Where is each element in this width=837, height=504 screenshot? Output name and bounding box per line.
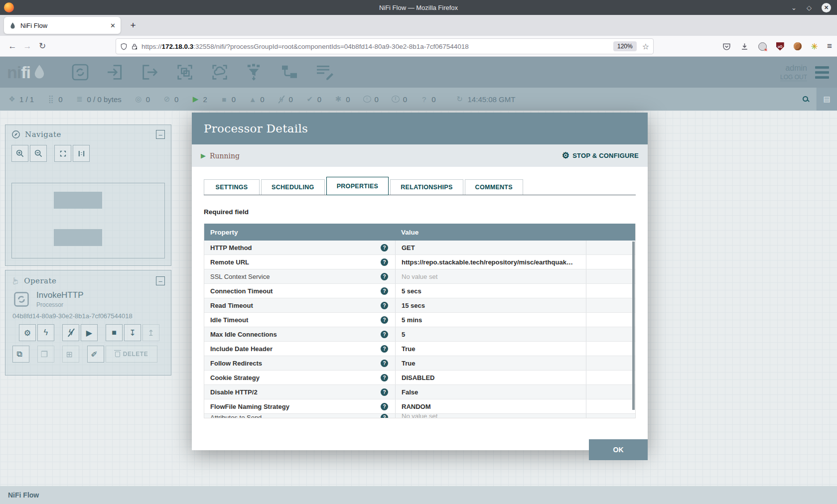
refresh-icon[interactable]: ↻ [456,95,464,104]
extension-cookie-icon[interactable] [794,42,802,50]
dialog-header: Processor Details [192,113,648,144]
funnel-icon[interactable] [245,62,265,82]
lock-warning-icon[interactable] [131,43,138,50]
reload-button[interactable]: ↻ [35,41,50,51]
operate-action-button[interactable]: ▶ [81,324,98,341]
fill-color-icon: ✐ [91,350,97,359]
nifi-header: nifi admin LOG OUT [0,57,837,88]
back-button[interactable]: ← [5,41,20,51]
zoom-out-button[interactable] [30,145,47,162]
collapse-icon[interactable]: – [156,276,165,285]
operate-action-button[interactable]: ⧉ [12,346,29,363]
status-count: 0 [346,95,350,104]
label-icon[interactable] [314,62,334,82]
nifi-drop-icon [32,64,46,80]
url-bar[interactable]: https://172.18.0.3:32558/nifi/?processGr… [116,38,654,54]
bookmark-star-icon[interactable]: ☆ [642,42,649,51]
search-icon[interactable] [795,96,816,103]
help-icon: ? [381,414,388,418]
operate-action-button[interactable]: ϟ [62,324,79,341]
operate-action-button[interactable]: ❐ [37,346,54,363]
stop-and-configure-button[interactable]: ⚙ STOP & CONFIGURE [562,150,639,161]
shield-icon[interactable] [120,43,128,50]
stop-icon: ■ [112,328,117,337]
zoom-actual-size-button[interactable] [73,145,90,162]
downloads-icon[interactable] [740,42,749,51]
navigate-panel-title: Navigate [25,130,61,139]
new-tab-button[interactable]: + [126,18,140,33]
logout-link[interactable]: LOG OUT [780,74,807,81]
url-text[interactable]: https://172.18.0.3:32558/nifi/?processGr… [141,43,610,50]
browser-tab[interactable]: NiFi Flow ✕ [4,17,121,34]
operate-action-button[interactable]: ⊞ [62,346,79,363]
dialog-status-strip: ▶ Running ⚙ STOP & CONFIGURE [192,144,648,167]
template-icon[interactable] [279,62,299,82]
property-row: Cookie Strategy ? DISABLED [204,371,635,385]
navigate-panel: Navigate – [5,125,171,266]
property-row: Include Date Header ? True [204,342,635,356]
help-icon: ? [381,388,388,396]
selected-component-name: InvokeHTTP [36,290,83,300]
operate-action-button[interactable]: ↥ [142,324,159,341]
maximize-icon[interactable]: ◇ [807,4,812,11]
flow-canvas[interactable]: Navigate – ☞ Operate – [0,111,837,504]
operate-action-button[interactable]: ✐ [87,346,104,363]
dialog-title: Processor Details [204,122,308,135]
property-row: Disable HTTP/2 ? False [204,385,635,399]
property-value-cell: True [395,342,586,356]
dialog-tab[interactable]: PROPERTIES [326,177,389,195]
extension-asterisk-icon[interactable]: ✳ [811,42,818,51]
property-row: FlowFile Naming Strategy ? RANDOM [204,399,635,414]
process-group-icon[interactable] [175,62,195,82]
collapse-icon[interactable]: – [156,130,165,139]
status-count: 0 [58,95,62,104]
help-icon: ? [381,331,388,338]
status-item: ≣ 0 / 0 bytes [76,95,122,104]
operate-action-button[interactable]: ⚙ [19,324,36,341]
operate-action-button[interactable]: ϟ [37,324,54,341]
upload-template-icon: ↥ [147,328,154,338]
zoom-in-button[interactable] [11,145,28,162]
nifi-logo-text-1: ni [7,63,21,82]
input-port-icon[interactable] [105,62,125,82]
status-item: ⣿ 0 [47,95,62,104]
start-icon: ▶ [86,328,92,338]
table-scrollbar[interactable] [632,242,635,410]
tab-close-icon[interactable]: ✕ [110,22,116,29]
dialog-tab[interactable]: COMMENTS [465,179,523,195]
settings-drawer-button[interactable]: ▤ [816,88,837,111]
output-port-icon[interactable] [140,62,160,82]
enable-icon: ϟ [44,328,48,337]
close-icon[interactable]: ✕ [822,3,831,12]
operate-action-button[interactable]: ↧ [124,324,141,341]
status-item: ↑ 0 [363,95,379,104]
global-menu-icon[interactable] [815,66,829,79]
pocket-icon[interactable] [722,42,731,51]
remote-process-group-icon[interactable] [210,62,230,82]
nifi-favicon-drop-icon [9,22,16,29]
running-icon: ▶ [201,152,206,159]
forward-button[interactable]: → [20,41,35,51]
operate-action-button[interactable]: ■ [106,324,123,341]
property-value-cell: 15 secs [395,298,586,312]
dialog-tab[interactable]: SETTINGS [204,179,260,195]
extension-ublock-icon[interactable]: uO [776,42,784,51]
stopped-icon: ■ [220,95,228,104]
last-refreshed-time: 14:45:08 GMT [468,95,516,104]
processor-icon[interactable] [70,62,90,82]
property-row: Follow Redirects ? True [204,356,635,371]
dialog-tab[interactable]: SCHEDULING [261,179,325,195]
minimize-icon[interactable]: ⌄ [791,4,797,11]
dialog-tab[interactable]: RELATIONSHIPS [390,179,463,195]
zoom-fit-button[interactable] [54,145,71,162]
browser-menu-icon[interactable]: ≡ [827,41,832,51]
ok-button[interactable]: OK [589,439,648,460]
property-row: Connection Timeout ? 5 secs [204,284,635,298]
minimap-processor [54,229,102,246]
breadcrumb-root[interactable]: NiFi Flow [8,491,39,499]
page-zoom-badge[interactable]: 120% [613,41,637,51]
extension-mask-icon[interactable] [758,42,767,51]
help-icon: ? [381,273,388,280]
birdseye-minimap[interactable] [11,183,165,258]
operate-action-button[interactable]: DELETE [106,346,157,363]
